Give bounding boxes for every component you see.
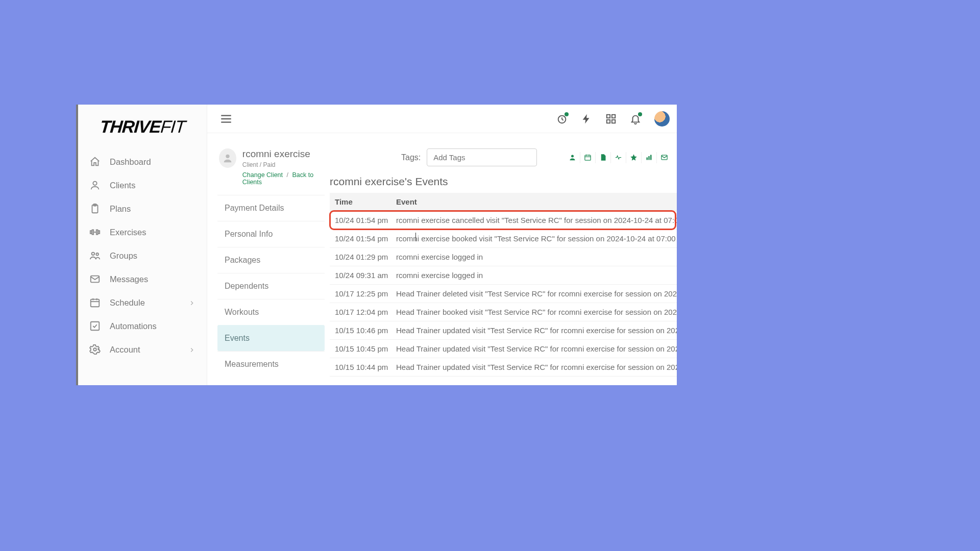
cell-event: Head Trainer deleted visit "Test Service… xyxy=(391,285,677,303)
subnav-item-packages[interactable]: Packages xyxy=(217,247,325,273)
client-panel: rcomni exercise Client / Paid Change Cli… xyxy=(217,148,325,385)
svg-point-27 xyxy=(226,155,229,158)
events-panel: Tags: rcomni exercise's Events Time Even… xyxy=(330,148,677,385)
text-cursor xyxy=(415,233,416,241)
panel-header: Tags: xyxy=(330,148,677,166)
home-icon xyxy=(89,156,101,167)
menu-toggle-icon[interactable] xyxy=(219,112,233,126)
heart-action-icon[interactable] xyxy=(610,152,626,163)
sidebar-item-messages[interactable]: Messages xyxy=(78,267,207,291)
svg-rect-29 xyxy=(585,155,591,160)
svg-rect-11 xyxy=(91,299,100,307)
dumbbell-icon xyxy=(89,227,101,238)
svg-rect-3 xyxy=(90,231,92,234)
sidebar-item-account[interactable]: Account xyxy=(78,338,207,361)
brand-logo: THRIVEFIT xyxy=(78,105,207,147)
doc-action-icon[interactable] xyxy=(595,152,610,163)
client-subnav: Payment DetailsPersonal InfoPackagesDepe… xyxy=(217,195,325,377)
svg-rect-34 xyxy=(648,156,650,160)
cell-time: 10/15 10:45 pm xyxy=(330,340,391,358)
svg-point-9 xyxy=(96,253,99,256)
svg-rect-23 xyxy=(607,114,610,117)
cell-time: 10/15 10:46 pm xyxy=(330,321,391,340)
sidebar-item-label: Exercises xyxy=(110,228,146,237)
change-client-link[interactable]: Change Client xyxy=(242,171,283,179)
status-dot xyxy=(638,112,642,116)
table-row: 10/15 10:44 pmHead Trainer updated visit… xyxy=(330,358,677,377)
groups-icon xyxy=(89,250,101,261)
svg-rect-26 xyxy=(612,119,615,122)
sidebar-item-label: Plans xyxy=(110,204,131,214)
client-status: Client / Paid xyxy=(242,161,325,168)
cell-time: 10/24 09:31 am xyxy=(330,266,391,285)
cell-event: Head Trainer updated visit "Test Service… xyxy=(391,321,677,340)
cell-event: Head Trainer updated visit "Test Service… xyxy=(391,358,677,377)
sidebar-item-label: Groups xyxy=(110,251,137,261)
apps-grid-icon[interactable] xyxy=(605,113,617,124)
table-row: 10/17 12:04 pmHead Trainer booked visit … xyxy=(330,303,677,321)
action-icons xyxy=(565,152,672,163)
mail-action-icon[interactable] xyxy=(656,152,672,163)
sidebar-item-clients[interactable]: Clients xyxy=(78,173,207,197)
subnav-item-measurements[interactable]: Measurements xyxy=(217,351,325,377)
cell-event: rcomni exercise logged in xyxy=(391,248,677,266)
cell-time: 10/24 01:54 pm xyxy=(330,211,391,230)
calendar-action-icon[interactable] xyxy=(580,152,595,163)
events-title: rcomni exercise's Events xyxy=(330,176,677,188)
topbar-actions xyxy=(556,111,670,127)
timer-icon[interactable] xyxy=(556,113,568,124)
col-time: Time xyxy=(330,193,391,211)
bell-icon[interactable] xyxy=(630,113,641,124)
sidebar-item-plans[interactable]: Plans xyxy=(78,197,207,220)
sidebar-item-label: Dashboard xyxy=(110,157,151,167)
table-row: 10/24 09:31 amrcomni exercise logged in xyxy=(330,266,677,285)
svg-point-8 xyxy=(92,253,95,256)
chevron-right-icon xyxy=(188,299,195,306)
sidebar-nav: DashboardClientsPlansExercisesGroupsMess… xyxy=(78,147,207,364)
bolt-icon[interactable] xyxy=(581,113,592,124)
table-row: 10/17 12:25 pmHead Trainer deleted visit… xyxy=(330,285,677,303)
cell-event: rcomni exercise logged in xyxy=(391,266,677,285)
tags-label: Tags: xyxy=(401,153,421,162)
sidebar-item-label: Account xyxy=(110,345,140,355)
table-row: 10/15 10:46 pmHead Trainer updated visit… xyxy=(330,321,677,340)
svg-rect-24 xyxy=(612,114,615,117)
cell-event: rcomni exercise booked visit "Test Servi… xyxy=(391,230,677,248)
avatar[interactable] xyxy=(654,111,670,127)
calendar-icon xyxy=(89,297,101,308)
svg-rect-35 xyxy=(650,155,652,160)
mail-icon xyxy=(89,273,101,285)
sidebar-item-schedule[interactable]: Schedule xyxy=(78,291,207,314)
content: rcomni exercise Client / Paid Change Cli… xyxy=(207,133,677,385)
subnav-item-payment-details[interactable]: Payment Details xyxy=(217,195,325,221)
svg-point-28 xyxy=(571,155,574,158)
sidebar-item-groups[interactable]: Groups xyxy=(78,244,207,267)
sidebar: THRIVEFIT DashboardClientsPlansExercises… xyxy=(78,105,207,385)
subnav-item-workouts[interactable]: Workouts xyxy=(217,299,325,325)
sidebar-item-exercises[interactable]: Exercises xyxy=(78,220,207,244)
subnav-item-events[interactable]: Events xyxy=(217,325,325,351)
main-area: rcomni exercise Client / Paid Change Cli… xyxy=(207,105,677,385)
client-name: rcomni exercise xyxy=(242,148,325,160)
cell-event: Head Trainer booked visit "Test Service … xyxy=(391,303,677,321)
gear-icon xyxy=(89,344,101,355)
tags-input[interactable] xyxy=(427,148,537,166)
app-window: THRIVEFIT DashboardClientsPlansExercises… xyxy=(76,105,677,385)
table-row: 10/24 01:29 pmrcomni exercise logged in xyxy=(330,248,677,266)
star-action-icon[interactable] xyxy=(626,152,641,163)
client-avatar-icon xyxy=(219,148,236,168)
table-row: 10/24 01:54 pmrcomni exercise cancelled … xyxy=(330,211,677,230)
sidebar-item-automations[interactable]: Automations xyxy=(78,314,207,338)
user-icon xyxy=(89,180,101,191)
svg-rect-33 xyxy=(647,158,648,160)
person-action-icon[interactable] xyxy=(565,152,580,163)
svg-rect-5 xyxy=(92,230,94,234)
events-table: Time Event 10/24 01:54 pmrcomni exercise… xyxy=(330,193,677,377)
cell-event: rcomni exercise cancelled visit "Test Se… xyxy=(391,211,677,230)
client-header: rcomni exercise Client / Paid Change Cli… xyxy=(217,148,325,186)
sidebar-item-dashboard[interactable]: Dashboard xyxy=(78,150,207,173)
svg-point-0 xyxy=(93,182,96,185)
chart-action-icon[interactable] xyxy=(641,152,656,163)
subnav-item-personal-info[interactable]: Personal Info xyxy=(217,221,325,247)
subnav-item-dependents[interactable]: Dependents xyxy=(217,273,325,299)
